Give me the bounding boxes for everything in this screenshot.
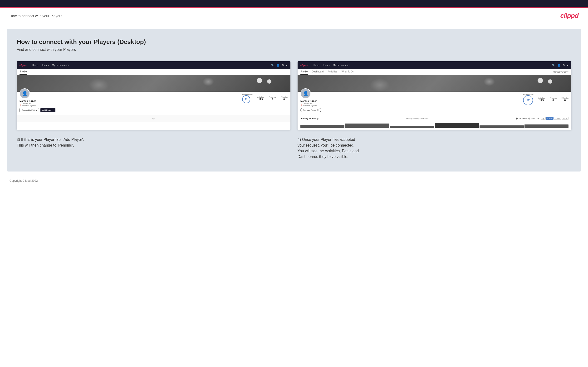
nav-item-teams-1[interactable]: Teams — [42, 64, 49, 67]
pq-circle-2: 92 — [523, 95, 533, 105]
activity-title: Activity Summary — [300, 117, 319, 120]
pencil-area-1: ✏ — [17, 115, 290, 122]
location-pin-icon-1: 📍 — [19, 105, 22, 107]
avatar-person-icon-2: 👤 — [303, 91, 309, 96]
activities-label-1: Activities — [257, 96, 264, 98]
remove-player-label: Remove Player — [303, 109, 316, 111]
app-nav-1: clippd Home Teams My Performance 🔍 👤 ⚙ ● — [17, 61, 290, 69]
chevron-down-icon-2: ▾ — [567, 71, 569, 73]
activity-header: Activity Summary Monthly Activity - 6 Mo… — [300, 117, 569, 120]
profile-info-2: 👤 Player Quality 92 Activities 129 Follo… — [298, 92, 571, 115]
followers-value-2: 0 — [549, 99, 557, 102]
main-content: How to connect with your Players (Deskto… — [7, 29, 581, 172]
tab-dashboard-2[interactable]: Dashboard — [311, 69, 324, 75]
top-bar — [0, 0, 588, 7]
action-buttons-1: Request to Follow Add Player + — [19, 108, 288, 112]
plus-icon: + — [52, 109, 53, 111]
period-1yr[interactable]: 1 yr — [541, 117, 546, 120]
following-label-2: Following — [561, 97, 569, 99]
chart-bar-2 — [345, 124, 389, 128]
nav-item-performance-2[interactable]: My Performance — [333, 64, 350, 67]
nav-item-home-2[interactable]: Home — [313, 64, 319, 67]
stat-following-2: Following 0 — [561, 97, 569, 102]
activity-period: Monthly Activity - 6 Months — [406, 117, 428, 119]
profile-hero-2 — [298, 75, 571, 92]
off-course-label: Off course — [532, 117, 539, 119]
following-label-1: Following — [280, 96, 288, 98]
hero-overlay-2 — [298, 75, 571, 92]
description-right-text: 4) Once your Player has acceptedyour req… — [298, 137, 571, 160]
tab-activities-2[interactable]: Activities — [327, 69, 337, 75]
following-value-1: 0 — [280, 98, 288, 101]
descriptions-row: 3) If this is your Player tap, 'Add Play… — [17, 137, 571, 160]
avatar-icon-2[interactable]: ● — [567, 64, 569, 67]
stat-player-quality-2: Player Quality 92 — [523, 94, 534, 105]
golf-ball-large-2 — [537, 78, 543, 83]
request-follow-button[interactable]: Request to Follow — [19, 108, 39, 112]
pq-label-1: Player Quality — [242, 94, 253, 95]
activities-value-1: 129 — [257, 98, 264, 101]
period-6mths[interactable]: 6 mths — [546, 117, 553, 120]
stat-followers-1: Followers 0 — [268, 96, 276, 101]
period-3mths[interactable]: 3 mths — [554, 117, 561, 120]
page-header: How to connect with your Players clippd — [0, 8, 588, 24]
followers-label-2: Followers — [549, 97, 557, 99]
player-dropdown-label-2: Marcus Turner — [553, 71, 567, 73]
description-left-text: 3) If this is your Player tap, 'Add Play… — [17, 137, 290, 148]
profile-hero-1 — [17, 75, 290, 92]
period-buttons: 1 yr 6 mths 3 mths 1 mth — [541, 117, 569, 120]
close-icon-remove: ✕ — [317, 109, 319, 111]
stat-activities-2: Activities 129 — [538, 97, 545, 102]
main-title: How to connect with your Players (Deskto… — [17, 38, 571, 46]
nav-icons-1: 🔍 👤 ⚙ ● — [271, 64, 288, 67]
location-text-1: United Kingdom — [22, 105, 36, 107]
profile-stats-1: Player Quality 92 Activities 129 Followe… — [242, 94, 288, 103]
chart-bar-6 — [525, 125, 569, 128]
tab-whattowork-2[interactable]: What To On — [341, 69, 355, 75]
add-player-label: Add Player — [42, 109, 52, 111]
page-footer: Copyright Clippd 2022 — [0, 176, 588, 187]
tab-profile-1[interactable]: Profile — [19, 69, 27, 75]
pencil-icon-1: ✏ — [152, 117, 155, 121]
activities-label-2: Activities — [538, 97, 545, 99]
user-icon-1[interactable]: 👤 — [277, 64, 280, 67]
search-icon-1[interactable]: 🔍 — [271, 64, 275, 67]
copyright-text: Copyright Clippd 2022 — [9, 179, 38, 183]
followers-value-1: 0 — [268, 98, 276, 101]
golf-ball-small-2 — [548, 79, 552, 83]
stat-activities-1: Activities 129 — [257, 96, 264, 101]
remove-player-button[interactable]: Remove Player ✕ — [300, 108, 321, 112]
tab-bar-2-left: Profile Dashboard Activities What To On — [300, 69, 355, 75]
user-icon-2[interactable]: 👤 — [557, 64, 561, 67]
avatar-2: 👤 — [300, 88, 311, 99]
main-subtitle: Find and connect with your Players — [17, 48, 571, 52]
settings-icon-1[interactable]: ⚙ — [282, 64, 284, 67]
description-right: 4) Once your Player has acceptedyour req… — [298, 137, 571, 160]
stat-followers-2: Followers 0 — [549, 97, 557, 102]
stat-following-1: Following 0 — [280, 96, 288, 101]
page-header-title: How to connect with your Players — [9, 14, 62, 18]
nav-icons-2: 🔍 👤 ⚙ ● — [552, 64, 569, 67]
period-1mth[interactable]: 1 mth — [562, 117, 569, 120]
activities-value-2: 129 — [538, 99, 545, 102]
avatar-icon-1[interactable]: ● — [286, 64, 288, 67]
add-player-button[interactable]: Add Player + — [40, 108, 55, 112]
profile-stats-2: Player Quality 92 Activities 129 Followe… — [523, 94, 569, 105]
chart-bar-1 — [300, 125, 345, 128]
search-icon-2[interactable]: 🔍 — [552, 64, 555, 67]
tab-profile-2[interactable]: Profile — [300, 69, 308, 75]
pq-label-2: Player Quality — [523, 94, 534, 95]
golf-ball-large-1 — [257, 78, 262, 83]
app-logo-2: clippd — [300, 64, 308, 67]
screenshot-1: clippd Home Teams My Performance 🔍 👤 ⚙ ●… — [17, 61, 290, 130]
player-dropdown-2[interactable]: Marcus Turner ▾ — [553, 71, 569, 73]
hero-overlay-1 — [17, 75, 290, 92]
nav-item-home-1[interactable]: Home — [32, 64, 38, 67]
stat-player-quality-1: Player Quality 92 — [242, 94, 253, 103]
nav-item-performance-1[interactable]: My Performance — [52, 64, 69, 67]
avatar-1: 👤 — [19, 88, 30, 99]
app-nav-2: clippd Home Teams My Performance 🔍 👤 ⚙ ● — [298, 61, 571, 69]
nav-item-teams-2[interactable]: Teams — [322, 64, 329, 67]
settings-icon-2[interactable]: ⚙ — [562, 64, 565, 67]
followers-label-1: Followers — [268, 96, 276, 98]
